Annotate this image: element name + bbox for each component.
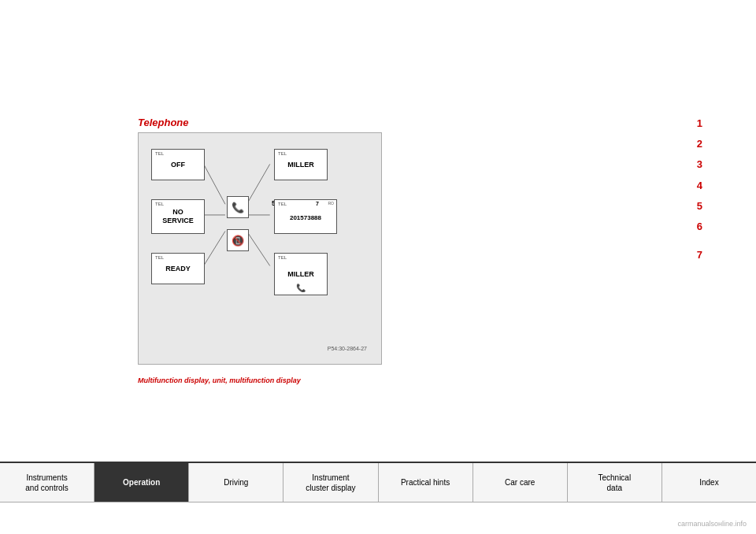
svg-line-3 (246, 164, 269, 204)
display-box-2: TEL NOSERVICE (151, 199, 205, 234)
nav-instrument-cluster[interactable]: Instrumentcluster display (284, 463, 378, 502)
nav-index-label: Index (699, 477, 718, 488)
diagram-ref: P54:30-2864-27 (328, 346, 367, 351)
nav-instruments[interactable]: Instrumentsand controls (0, 463, 94, 502)
tel-label-1: TEL (155, 151, 164, 156)
box-text-2: NOSERVICE (162, 208, 193, 225)
svg-line-0 (204, 164, 225, 204)
center-phone-icons: 📞 📵 (227, 196, 249, 251)
box-text-5: 201573888 (290, 214, 321, 222)
nav-technical-data[interactable]: Technicaldata (568, 463, 662, 502)
box-num-7: 7 (316, 201, 319, 206)
telephone-diagram: 1 TEL OFF 2 TEL NOSERVICE 3 TEL READY (138, 132, 382, 365)
chapter-7: 7 (697, 248, 702, 262)
phone-icon-up: 📞 (227, 196, 249, 218)
box-text-4: MILLER (287, 161, 314, 169)
svg-line-5 (246, 231, 269, 265)
nav-driving[interactable]: Driving (189, 463, 284, 502)
nav-technical-data-label: Technicaldata (598, 473, 631, 493)
box-text-1: OFF (171, 161, 185, 169)
tel-label-2: TEL (155, 202, 164, 206)
tel-label-5: TEL (278, 202, 287, 206)
section-heading: Telephone (138, 117, 189, 128)
bottom-caption: Multifunction display, unit, multifuncti… (138, 376, 301, 384)
page: Telephone 1 2 3 4 5 6 7 (0, 0, 756, 534)
box-text-3: READY (165, 265, 191, 273)
chapter-numbers: 1 2 3 4 5 6 7 (697, 117, 702, 262)
display-box-1: TEL OFF (151, 149, 205, 180)
nav-instrument-cluster-label: Instrumentcluster display (306, 473, 355, 493)
chapter-3: 3 (697, 158, 702, 172)
tel-label-3: TEL (155, 255, 164, 260)
nav-operation-label: Operation (123, 477, 160, 488)
display-box-5: TEL RO 201573888 7 (274, 199, 337, 234)
tel-label-6: TEL (278, 255, 287, 260)
chapter-5: 5 (697, 199, 702, 213)
nav-practical-hints-label: Practical hints (401, 477, 450, 488)
box-text-6: MILLER (287, 270, 314, 279)
incoming-call-icon: 📞 (296, 284, 306, 292)
nav-index[interactable]: Index (662, 463, 756, 502)
svg-line-2 (204, 231, 225, 265)
navigation-bar: Instrumentsand controls Operation Drivin… (0, 462, 756, 502)
nav-car-care-label: Car care (505, 477, 535, 488)
nav-instruments-label: Instrumentsand controls (25, 473, 68, 493)
nav-operation[interactable]: Operation (94, 463, 189, 502)
display-box-4: TEL MILLER (274, 149, 328, 180)
chapter-1: 1 (697, 117, 702, 131)
chapter-2: 2 (697, 137, 702, 151)
chapter-4: 4 (697, 179, 702, 193)
chapter-6: 6 (697, 220, 702, 234)
watermark: carmanualsонline.info (677, 520, 747, 528)
display-box-3: TEL READY (151, 253, 205, 284)
nav-car-care[interactable]: Car care (473, 463, 568, 502)
tel-label-4: TEL (278, 151, 287, 156)
ro-label: RO (328, 201, 335, 206)
nav-driving-label: Driving (224, 477, 248, 488)
phone-icon-down: 📵 (227, 229, 249, 251)
display-box-6: TEL MILLER 📞 (274, 253, 328, 295)
nav-practical-hints[interactable]: Practical hints (379, 463, 473, 502)
